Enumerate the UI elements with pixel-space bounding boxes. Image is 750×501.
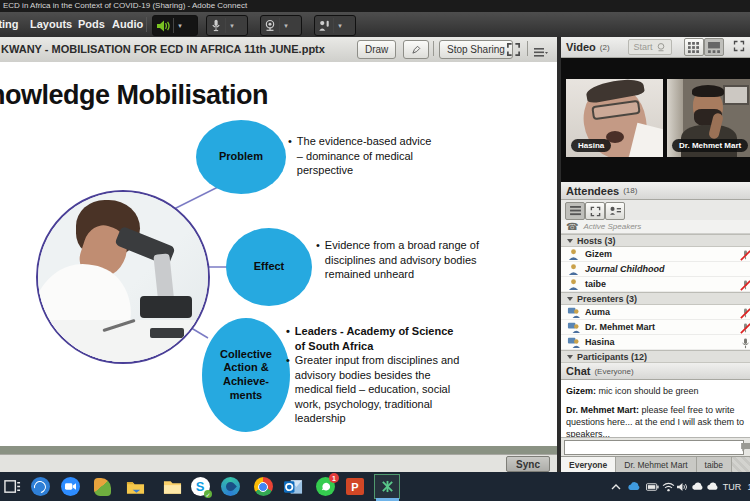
breakout-view-button[interactable]: [585, 202, 605, 220]
phone-icon: ☎: [566, 221, 578, 232]
app-icon-skype[interactable]: S ✓: [188, 475, 212, 498]
bubble-collective: Collective Action & Achieve- ments: [202, 318, 290, 432]
video-feed[interactable]: Dr. Mehmet Mart: [667, 79, 750, 157]
webcam-button[interactable]: ▾: [260, 15, 302, 36]
chat-tab-taibe[interactable]: taibe: [697, 457, 732, 473]
video-fullscreen-button[interactable]: [733, 38, 745, 56]
chat-bubble-icon[interactable]: [740, 441, 750, 453]
list-view-button[interactable]: [565, 202, 585, 220]
start-webcam-button[interactable]: Start: [628, 39, 672, 55]
tray-onedrive-icon[interactable]: [626, 472, 642, 501]
fullscreen-icon: [506, 42, 521, 57]
video-pod-count: (2): [600, 43, 610, 52]
chevron-up-icon: [611, 483, 621, 491]
attendee-row-dr-mehmet-mart[interactable]: Dr. Mehmet Mart: [561, 320, 750, 335]
chat-input[interactable]: [564, 440, 744, 455]
collapse-triangle-icon: [567, 239, 573, 243]
pod-menu-icon: [534, 48, 548, 58]
app-menubar: Meeting Layouts Pods Audio ▾ ▾ ▾ ▾: [0, 12, 750, 37]
active-speakers-label: Active Speakers: [583, 222, 641, 231]
raise-hand-dropdown[interactable]: ▾: [333, 18, 346, 33]
presentation-slide: Knowledge Mobilisation Problem Effect: [0, 62, 557, 446]
tray-chevron-button[interactable]: [608, 472, 624, 501]
menu-audio[interactable]: Audio: [108, 12, 147, 37]
tray-cloud-icon[interactable]: [690, 472, 705, 501]
sync-button[interactable]: Sync: [506, 456, 550, 472]
pod-options-button[interactable]: [534, 44, 548, 62]
menu-pods[interactable]: Pods: [74, 12, 109, 37]
task-view-button[interactable]: [0, 475, 24, 498]
app-icon-zoom[interactable]: [58, 475, 82, 498]
bullet-dot: •: [316, 238, 320, 282]
presenter-avatar-icon: [567, 336, 580, 349]
hosts-group-header[interactable]: Hosts (3): [561, 234, 750, 247]
video-picture-frame: [723, 85, 749, 105]
raise-hand-icon: [317, 18, 331, 33]
bullet-dot: •: [286, 324, 290, 353]
presenter-avatar-icon: [567, 306, 580, 319]
whatsapp-badge: 1: [329, 473, 339, 483]
share-pod-toolbar: KWANY - MOBILISATION FOR ECD IN AFRICA 1…: [0, 37, 557, 63]
mic-active-icon: [739, 337, 750, 350]
video-hair: [692, 85, 724, 97]
tray-language-indicator[interactable]: TUR: [720, 472, 744, 501]
grid-view-button[interactable]: [684, 38, 704, 56]
app-icon-edge[interactable]: [218, 475, 242, 498]
tray-speaker-icon[interactable]: [674, 472, 690, 501]
draw-button[interactable]: Draw: [357, 40, 396, 59]
pointer-tool-button[interactable]: [403, 40, 429, 59]
chat-pod-scope: (Everyone): [594, 367, 633, 376]
microphone-icon: [209, 18, 223, 33]
attendee-row-taibe[interactable]: taibe: [561, 277, 750, 292]
video-pod-header: Video (2) Start: [561, 37, 750, 58]
chat-author: Dr. Mehmet Mart:: [566, 405, 639, 415]
menu-layouts[interactable]: Layouts: [26, 12, 76, 37]
app-icon-blue-circle[interactable]: [28, 475, 52, 498]
video-feed[interactable]: Hasina: [566, 79, 663, 157]
chat-tab-everyone[interactable]: Everyone: [561, 457, 616, 473]
participants-group-header[interactable]: Participants (12): [561, 350, 750, 363]
webcam-icon: [263, 18, 277, 33]
app-icon-downloads-folder[interactable]: [123, 475, 147, 498]
bubble-collective-label: Collective Action & Achieve- ments: [213, 348, 279, 403]
fullscreen-button[interactable]: [506, 42, 521, 61]
presenters-group-header[interactable]: Presenters (3): [561, 292, 750, 305]
raise-hand-button[interactable]: ▾: [314, 15, 356, 36]
presenter-avatar-icon: [567, 321, 580, 334]
app-icon-whatsapp[interactable]: 1: [313, 475, 337, 498]
tray-cloud-icon[interactable]: [705, 472, 720, 501]
speaker-dropdown[interactable]: ▾: [173, 18, 186, 33]
attendee-row-journal-childhood[interactable]: Journal Childhood: [561, 262, 750, 277]
app-icon-powerpoint[interactable]: P: [343, 475, 367, 498]
tray-battery-icon[interactable]: [644, 472, 660, 501]
shared-file-name: KWANY - MOBILISATION FOR ECD IN AFRICA 1…: [1, 37, 325, 62]
video-pod-body: Hasina Dr. Mehmet Mart: [561, 58, 750, 182]
attendee-row-hasina[interactable]: Hasina: [561, 335, 750, 350]
app-icon-outlook[interactable]: [281, 475, 305, 498]
bullet-dot: •: [288, 134, 292, 178]
app-icon-adobe-connect-active[interactable]: [375, 475, 399, 498]
microphone-button[interactable]: ▾: [206, 15, 248, 36]
webcam-dropdown[interactable]: ▾: [279, 18, 292, 33]
attendees-pod-count: (18): [623, 186, 637, 195]
chat-tab-dr-mehmet-mart[interactable]: Dr. Mehmet Mart: [616, 457, 696, 473]
chat-pod-header: Chat (Everyone): [561, 363, 750, 380]
filmstrip-view-icon: [708, 42, 720, 53]
stop-sharing-button[interactable]: Stop Sharing: [439, 40, 513, 59]
attendees-toolbar: [561, 200, 750, 221]
status-view-button[interactable]: [605, 202, 625, 220]
microphone-dropdown[interactable]: ▾: [225, 18, 238, 33]
menu-meeting[interactable]: Meeting: [0, 12, 23, 37]
app-icon-chrome[interactable]: [251, 475, 275, 498]
bubble-problem-label: Problem: [219, 150, 263, 164]
attendee-row-gizem[interactable]: Gizem: [561, 247, 750, 262]
grid-view-icon: [688, 42, 699, 53]
chat-input-row: [561, 437, 750, 457]
attendee-row-auma[interactable]: Auma: [561, 305, 750, 320]
speaker-button[interactable]: ▾: [152, 15, 198, 36]
app-icon-colorful[interactable]: [90, 475, 114, 498]
filmstrip-view-button[interactable]: [704, 38, 724, 56]
breakout-view-icon: [590, 206, 601, 217]
app-icon-file-explorer[interactable]: [160, 475, 184, 498]
tray-clock[interactable]: 1: [744, 472, 750, 501]
